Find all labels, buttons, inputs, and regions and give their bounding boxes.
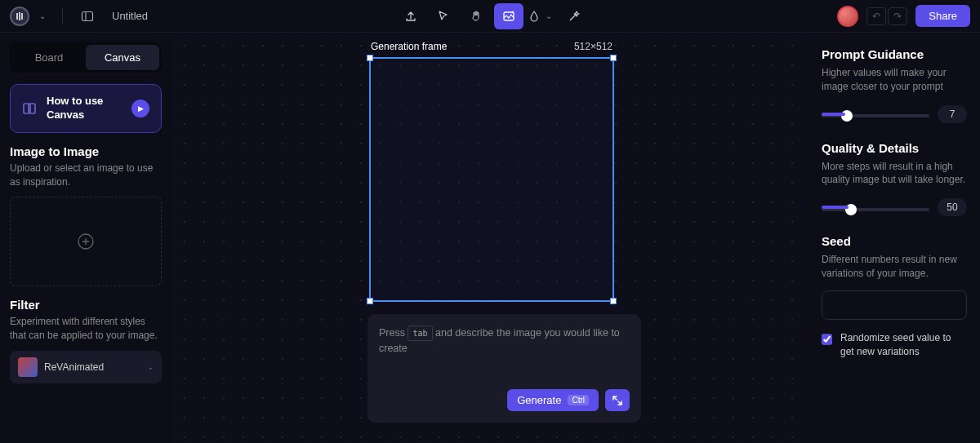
workspace-dropdown[interactable]: ⌄ — [36, 11, 49, 20]
document-title[interactable]: Untitled — [112, 10, 148, 22]
prompt-guidance-slider[interactable] — [822, 114, 929, 117]
app-logo[interactable] — [10, 7, 29, 26]
redo-button[interactable]: ↷ — [888, 7, 907, 25]
left-panel: Board Canvas How to use Canvas ▶ Image t… — [0, 33, 172, 443]
prompt-box: Press tab and describe the image you wou… — [368, 314, 641, 423]
share-button[interactable]: Share — [915, 5, 970, 27]
resize-handle-tl[interactable] — [367, 55, 373, 61]
seed-section: Seed Different numbers result in new var… — [822, 234, 967, 358]
image-to-image-desc: Upload or select an image to use as insp… — [10, 162, 162, 189]
panel-toggle-icon[interactable] — [76, 5, 99, 28]
prompt-guidance-desc: Higher values will make your image close… — [822, 66, 967, 94]
prompt-guidance-section: Prompt Guidance Higher values will make … — [822, 47, 967, 123]
plus-circle-icon — [77, 233, 95, 250]
howto-card[interactable]: How to use Canvas ▶ — [10, 84, 162, 133]
ctrl-key-hint: Ctrl — [568, 395, 589, 405]
tab-canvas[interactable]: Canvas — [86, 45, 159, 70]
undo-button[interactable]: ↶ — [866, 7, 886, 25]
canvas-area[interactable]: Generation frame 512×512 Press tab and d… — [172, 33, 808, 443]
quality-section: Quality & Details More steps will result… — [822, 141, 967, 217]
generation-frame[interactable]: Generation frame 512×512 — [369, 57, 614, 302]
erase-tool-icon[interactable]: ⌄ — [527, 3, 556, 29]
quality-slider[interactable] — [822, 208, 929, 211]
quality-value: 50 — [938, 198, 967, 216]
svg-rect-0 — [82, 11, 93, 20]
tab-key-hint: tab — [408, 326, 432, 341]
generate-button[interactable]: Generate Ctrl — [507, 389, 599, 411]
resize-handle-br[interactable] — [610, 298, 617, 304]
quality-desc: More steps will result in a high quality… — [822, 160, 967, 188]
frame-label: Generation frame — [371, 41, 447, 52]
seed-input[interactable] — [822, 290, 967, 320]
filter-select[interactable]: ReVAnimated ⌄ — [10, 351, 162, 383]
resize-handle-tr[interactable] — [610, 55, 617, 61]
svg-point-3 — [512, 11, 514, 12]
filter-desc: Experiment with different styles that ca… — [10, 315, 162, 343]
seed-title: Seed — [822, 234, 967, 248]
book-icon — [22, 101, 37, 116]
tab-board[interactable]: Board — [12, 45, 86, 70]
filter-section: Filter Experiment with different styles … — [10, 298, 162, 383]
frame-dimensions: 512×512 — [574, 41, 612, 52]
filter-selected-label: ReVAnimated — [44, 361, 140, 373]
seed-desc: Different numbers result in new variatio… — [822, 253, 967, 281]
expand-icon — [612, 395, 623, 406]
wand-tool-icon[interactable] — [559, 3, 589, 29]
image-to-image-section: Image to Image Upload or select an image… — [10, 144, 162, 287]
select-tool-icon[interactable] — [429, 3, 458, 29]
user-avatar[interactable] — [837, 6, 858, 27]
randomize-seed-label: Randomize seed value to get new variatio… — [840, 331, 967, 359]
play-icon: ▶ — [131, 100, 149, 117]
generate-tool-icon[interactable] — [494, 3, 523, 29]
right-panel: Prompt Guidance Higher values will make … — [808, 33, 980, 443]
resize-handle-bl[interactable] — [367, 298, 373, 304]
hand-tool-icon[interactable] — [461, 3, 491, 29]
panel-tabs: Board Canvas — [10, 42, 162, 73]
prompt-input[interactable]: Press tab and describe the image you wou… — [379, 326, 630, 383]
prompt-guidance-title: Prompt Guidance — [822, 47, 967, 61]
filter-title: Filter — [10, 298, 162, 312]
topbar: ⌄ Untitled ⌄ ↶ ↷ Shar — [0, 0, 980, 33]
quality-title: Quality & Details — [822, 141, 967, 155]
prompt-guidance-value: 7 — [938, 105, 967, 123]
export-tool-icon[interactable] — [396, 3, 425, 29]
randomize-seed-checkbox[interactable] — [822, 333, 832, 346]
image-to-image-title: Image to Image — [10, 144, 162, 158]
howto-text: How to use Canvas — [47, 95, 122, 122]
filter-thumbnail — [18, 357, 38, 377]
chevron-down-icon: ⌄ — [147, 362, 154, 371]
upload-image-button[interactable] — [10, 197, 162, 286]
expand-prompt-button[interactable] — [605, 389, 630, 411]
